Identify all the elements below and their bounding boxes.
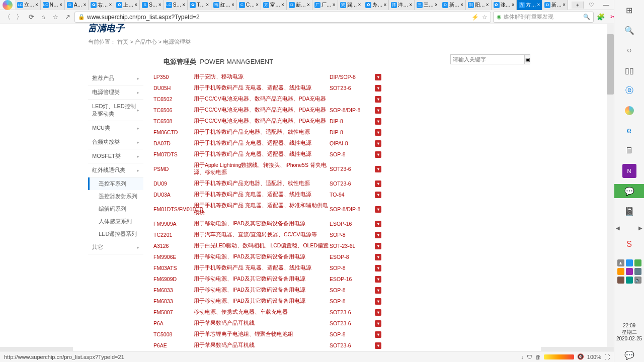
forward-button[interactable]: 〉	[14, 12, 24, 22]
close-icon[interactable]: ×	[562, 2, 566, 8]
product-desc[interactable]: 用于移动电源、IPAD及其它数码设备备用电源	[194, 298, 330, 305]
minimize-button[interactable]: ―	[599, 2, 614, 9]
browser-tab[interactable]: 厂厂…×	[312, 0, 338, 10]
product-model[interactable]: LP350	[153, 74, 194, 80]
close-icon[interactable]: ×	[281, 2, 284, 8]
scroll-right-icon[interactable]: ▶	[637, 225, 644, 231]
close-icon[interactable]: ×	[333, 2, 336, 8]
close-icon[interactable]: ×	[409, 2, 412, 8]
edge-icon[interactable]: e	[622, 124, 636, 138]
product-model[interactable]: P6A	[153, 320, 194, 326]
win-start-icon[interactable]: ⊞	[622, 3, 636, 17]
close-icon[interactable]: ×	[537, 2, 540, 8]
fullscreen-icon[interactable]: ⛶	[604, 354, 610, 360]
sidebar-category[interactable]: 红外线通讯类▸	[88, 163, 143, 177]
product-model[interactable]: P6AE	[153, 342, 194, 348]
favorite-button[interactable]: ☆	[50, 12, 60, 22]
sidebar-subcategory[interactable]: 遥控器发射系列	[88, 190, 143, 203]
product-desc[interactable]: 用于苹果数码产品耳机线	[194, 342, 330, 349]
pdf-icon[interactable]: ▾	[375, 192, 381, 198]
product-model[interactable]: FM07DTS	[153, 151, 194, 157]
product-desc[interactable]: 用于CC/CV电池充电器、数码产品充电器、PDA充电器	[194, 96, 330, 103]
new-tab-button[interactable]: ＋	[572, 2, 584, 9]
sidebar-category[interactable]: MOSFET类▸	[88, 149, 143, 163]
browser-tab[interactable]: SS…×	[140, 0, 164, 10]
product-model[interactable]: FM03ATS	[153, 265, 194, 271]
product-model[interactable]: A3126	[153, 243, 194, 249]
pdf-icon[interactable]: ▾	[375, 74, 381, 80]
sidebar-category[interactable]: 电源管理类▸	[88, 85, 143, 100]
product-desc[interactable]: 用于苹果数码产品耳机线	[194, 320, 330, 327]
pdf-icon[interactable]: ▾	[375, 243, 381, 249]
product-model[interactable]: FM5807	[153, 309, 194, 315]
pdf-icon[interactable]: ▾	[375, 166, 381, 172]
pdf-icon[interactable]: ▾	[375, 276, 381, 283]
product-desc[interactable]: 用于手机等数码产品 充电器、适配器、线性电源	[194, 151, 330, 158]
pdf-icon[interactable]: ▾	[375, 180, 381, 187]
product-desc[interactable]: 用于手机等数码产品 充电器、适配器、线性电源	[194, 264, 330, 272]
browser-tab[interactable]: 洋洋…×	[389, 0, 415, 10]
notifications-icon[interactable]: 💬	[622, 348, 636, 362]
product-model[interactable]: FM6033	[153, 298, 194, 304]
pdf-icon[interactable]: ▾	[375, 206, 381, 213]
product-desc[interactable]: 用于CC/CV电池充电器、数码产品充电器、PDA充电器	[194, 107, 330, 114]
browser-tab[interactable]: DA…×	[65, 0, 89, 10]
sidebar-subcategory[interactable]: 遥控车系列	[88, 177, 143, 190]
browser-tab[interactable]: 三三…×	[415, 0, 440, 10]
pdf-icon[interactable]: ▾	[375, 298, 381, 305]
browser-tab[interactable]: CC…×	[237, 0, 261, 10]
pdf-icon[interactable]: ▾	[375, 265, 381, 272]
product-desc[interactable]: 用于白光LED驱动、数码相机、LCD偏置稳、OLED偏置	[194, 242, 330, 249]
clock[interactable]: 22:09星期二2020-02-25	[616, 322, 642, 342]
close-icon[interactable]: ×	[231, 2, 234, 8]
scrollbar-thumb[interactable]	[607, 34, 614, 95]
pdf-icon[interactable]: ▾	[375, 287, 381, 294]
browser-tab[interactable]: 方富…×	[261, 0, 287, 10]
close-icon[interactable]: ×	[35, 2, 38, 8]
product-model[interactable]: DU05H	[153, 85, 194, 91]
shield-icon[interactable]: 🛡	[527, 354, 532, 360]
speaker-icon[interactable]: 🔇	[577, 353, 584, 360]
product-search-button[interactable]: ▣	[525, 54, 530, 64]
pdf-icon[interactable]: ▾	[375, 342, 381, 349]
product-model[interactable]: TC6508	[153, 118, 194, 124]
win-taskview-icon[interactable]: ▯▯	[622, 63, 636, 77]
product-model[interactable]: FM6909D	[153, 276, 194, 282]
browser-tab[interactable]: D新…×	[287, 0, 312, 10]
close-icon[interactable]: ×	[486, 2, 489, 8]
product-model[interactable]: DU03A	[153, 192, 194, 198]
win-cortana-icon[interactable]: ○	[622, 43, 636, 57]
product-desc[interactable]: 用于移动电源、IPAD及其它数码设备备用电源	[194, 253, 330, 260]
trash-icon[interactable]: 🗑	[535, 354, 541, 360]
sidebar-subcategory[interactable]: 编解码系列	[88, 203, 143, 215]
pdf-icon[interactable]: ▾	[375, 96, 381, 103]
search-icon[interactable]: 🔍	[583, 14, 590, 20]
close-icon[interactable]: ×	[84, 2, 87, 8]
close-icon[interactable]: ×	[206, 2, 209, 8]
browser-tab[interactable]: ✿T…×	[188, 0, 211, 10]
close-icon[interactable]: ×	[460, 2, 463, 8]
home-button[interactable]: ⌂	[38, 12, 48, 22]
pdf-icon[interactable]: ▾	[375, 140, 381, 147]
onenote-icon[interactable]: N	[622, 164, 636, 178]
back-button[interactable]: 〈	[2, 12, 12, 22]
pdf-icon[interactable]: ▾	[375, 331, 381, 338]
app-icon[interactable]: 📓	[622, 204, 636, 218]
product-desc[interactable]: 用于单芯锂离子电池组、锂聚合物电池组	[194, 331, 330, 338]
product-model[interactable]: TC6506	[153, 107, 194, 113]
product-model[interactable]: DU09	[153, 180, 194, 187]
close-icon[interactable]: ×	[307, 2, 310, 8]
sidebar-category[interactable]: 推荐产品▸	[88, 71, 143, 85]
pdf-icon[interactable]: ▾	[375, 254, 381, 260]
browser-tab[interactable]: ✿上…×	[114, 0, 140, 10]
scroll-left-icon[interactable]: ◀	[614, 225, 621, 231]
vertical-scrollbar[interactable]	[607, 24, 614, 347]
sidebar-subcategory[interactable]: 人体感应系列	[88, 215, 143, 228]
crumb-home[interactable]: 首页	[117, 39, 128, 45]
browser-tab[interactable]: 韦红…×	[211, 0, 237, 10]
pdf-icon[interactable]: ▾	[375, 107, 381, 114]
pdf-icon[interactable]: ▾	[375, 85, 381, 92]
pdf-icon[interactable]: ▾	[375, 118, 381, 125]
product-model[interactable]: PSMD	[153, 166, 194, 172]
product-desc[interactable]: 用于手机等数码产品 充电器、适配器、线性电源	[194, 140, 330, 147]
